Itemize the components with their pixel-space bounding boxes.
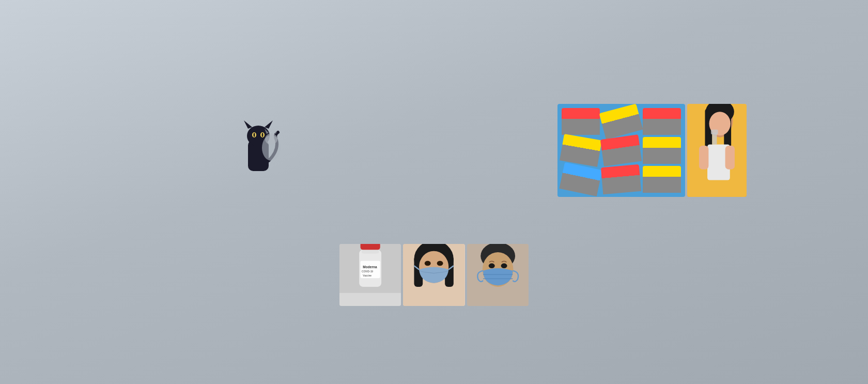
svg-point-145 <box>488 264 494 269</box>
svg-rect-124 <box>339 293 401 306</box>
svg-rect-128 <box>364 244 377 245</box>
browser-window: www.thenounproject.com × Icons ▾ Log In <box>96 10 772 329</box>
masked-woman-image <box>403 244 464 306</box>
girl-summer-image <box>687 104 747 197</box>
main-content: Pets <box>96 63 772 329</box>
summer-images <box>557 104 747 197</box>
covid-images-row: Moderna COVID-19 Vaccine <box>339 244 529 306</box>
svg-point-138 <box>425 261 431 266</box>
svg-text:COVID-19: COVID-19 <box>362 270 373 273</box>
pets-card[interactable]: Pets <box>111 75 321 207</box>
vaccine-bottle-illustration: Moderna COVID-19 Vaccine <box>339 244 401 306</box>
svg-point-18 <box>262 133 264 137</box>
svg-rect-90 <box>712 133 717 145</box>
svg-rect-93 <box>699 146 708 170</box>
masked-woman-illustration <box>403 244 464 306</box>
popsicle-image <box>557 104 685 197</box>
collections-grid: Pets <box>111 75 757 316</box>
svg-point-146 <box>501 264 507 269</box>
pets-images <box>121 104 311 197</box>
pets-cats-image <box>206 104 311 197</box>
cats-illustration <box>233 109 284 192</box>
svg-rect-94 <box>725 146 735 170</box>
girl-illustration <box>687 104 747 197</box>
svg-point-20 <box>265 133 277 145</box>
vaccine-image: Moderna COVID-19 Vaccine <box>339 244 401 306</box>
svg-point-139 <box>437 261 443 266</box>
svg-marker-14 <box>265 120 273 129</box>
masked-man-illustration <box>467 244 529 306</box>
svg-marker-13 <box>244 120 252 129</box>
masked-man-image <box>467 244 529 306</box>
svg-rect-91 <box>711 130 718 134</box>
svg-text:Moderna: Moderna <box>363 265 377 269</box>
svg-text:Vaccine: Vaccine <box>363 274 371 277</box>
svg-point-17 <box>254 133 255 137</box>
